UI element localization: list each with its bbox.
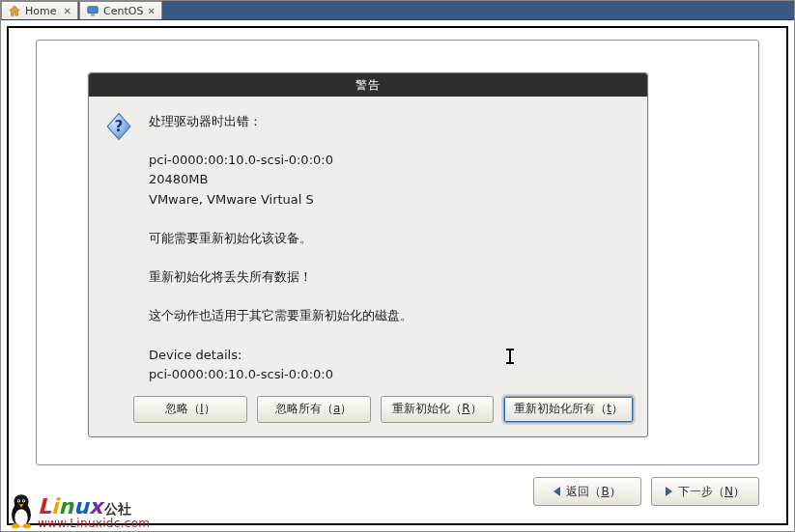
watermark-brand: Linux公社 [38,496,150,518]
warning-dialog: 警告 ? 处理驱动器时出错： pci-0000:00:10 [88,72,648,437]
svg-rect-1 [91,14,95,16]
back-button[interactable]: 返回（B） [533,477,641,506]
home-icon [8,4,21,17]
svg-point-11 [23,523,31,528]
dialog-title: 警告 [89,73,647,97]
penguin-icon [5,490,38,529]
dialog-button-row: 忽略（I） 忽略所有（a） 重新初始化（R） 重新初始化所有（t） [89,392,647,436]
svg-point-8 [18,500,20,502]
vm-viewport-frame: 警告 ? 处理驱动器时出错： pci-0000:00:10 [7,26,788,525]
tab-home[interactable]: Home ✕ [1,1,78,19]
question-icon: ? [102,110,135,143]
svg-point-10 [12,523,19,528]
svg-text:?: ? [115,118,124,135]
ignore-button[interactable]: 忽略（I） [133,396,247,423]
watermark-url: www.Linuxidc.com [38,518,150,529]
close-icon[interactable]: ✕ [64,6,71,16]
next-button[interactable]: 下一步（N） [651,477,759,506]
svg-rect-0 [88,7,99,14]
tab-bar: Home ✕ CentOS ✕ [1,1,794,20]
tab-label: CentOS [103,5,143,17]
monitor-icon [86,4,99,17]
arrow-left-icon [554,487,560,496]
watermark: Linux公社 www.Linuxidc.com [5,490,150,529]
wizard-nav: 返回（B） 下一步（N） [533,477,759,506]
dialog-message: 处理驱动器时出错： pci-0000:00:10.0-scsi-0:0:0:0 … [149,110,630,384]
arrow-right-icon [666,487,672,496]
tab-centos[interactable]: CentOS ✕ [79,1,162,19]
ignore-all-button[interactable]: 忽略所有（a） [257,396,371,423]
reinitialize-all-button[interactable]: 重新初始化所有（t） [503,396,634,423]
svg-point-9 [23,500,25,502]
close-icon[interactable]: ✕ [147,6,155,16]
tab-label: Home [25,5,56,17]
reinitialize-button[interactable]: 重新初始化（R） [381,396,495,423]
